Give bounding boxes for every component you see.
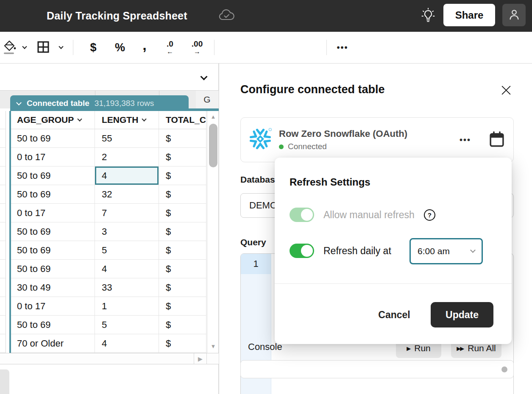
account-avatar-button[interactable] — [502, 4, 526, 26]
column-header-age-group[interactable]: AGE_GROUP — [11, 111, 95, 129]
allow-manual-refresh-toggle[interactable] — [290, 208, 314, 222]
cell-age-group[interactable]: 50 to 69 — [11, 316, 95, 334]
cell-length[interactable]: 4 — [95, 166, 159, 185]
manual-refresh-row: Allow manual refresh ? — [290, 208, 435, 222]
cell-age-group[interactable]: 0 to 17 — [11, 204, 95, 222]
cell-total[interactable]: $ — [159, 185, 206, 204]
cell-total[interactable]: $ — [159, 316, 206, 334]
cell-total[interactable]: $ — [159, 129, 206, 148]
daily-refresh-label: Refresh daily at — [323, 245, 391, 257]
increase-decimal-icon: .00 → — [192, 40, 203, 55]
cell-total[interactable]: $ — [159, 297, 206, 316]
connector-menu-button[interactable]: ••• — [457, 135, 474, 145]
cell-total[interactable]: $ — [159, 241, 206, 260]
scroll-up-arrow[interactable]: ▲ — [207, 114, 219, 120]
table-row: 0 to 17 1 $ — [0, 297, 206, 316]
horizontal-scrollbar[interactable]: ▶ — [0, 353, 219, 364]
currency-format-button[interactable]: $ — [81, 32, 105, 63]
chevron-down-icon — [16, 100, 22, 105]
cell-total[interactable]: $ — [159, 204, 206, 222]
chevron-down-icon — [470, 247, 476, 253]
table-row: 0 to 17 2 $ — [0, 148, 206, 166]
cell-total[interactable]: $ — [159, 222, 206, 241]
row-number-gutter — [0, 204, 6, 222]
cell-age-group[interactable]: 30 to 49 — [11, 278, 95, 297]
connector-card: Row Zero Snowflake (OAuth) Connected ••• — [240, 117, 514, 162]
ellipsis-icon: ••• — [337, 43, 348, 53]
collapse-toolbar-button[interactable] — [196, 70, 212, 84]
cell-age-group[interactable]: 50 to 69 — [11, 222, 95, 241]
connection-status: Connected — [279, 142, 450, 151]
sheet-corner-fragment — [0, 369, 9, 394]
column-header-length[interactable]: LENGTH — [95, 111, 159, 129]
increase-decimal-button[interactable]: .00 → — [185, 32, 209, 63]
borders-grid-icon — [36, 40, 50, 55]
cell-length[interactable]: 7 — [95, 204, 159, 222]
cell-age-group[interactable]: 70 or Older — [11, 334, 95, 353]
cell-length[interactable]: 3 — [95, 222, 159, 241]
vertical-scrollbar-thumb[interactable] — [209, 124, 217, 167]
cell-total[interactable]: $ — [159, 260, 206, 278]
scroll-down-arrow[interactable]: ▼ — [207, 343, 219, 350]
update-button[interactable]: Update — [431, 302, 493, 327]
column-header-g[interactable]: G — [196, 91, 218, 108]
help-question-icon[interactable]: ? — [424, 209, 435, 221]
cell-length[interactable]: 32 — [95, 185, 159, 204]
database-label: Database — [240, 175, 280, 185]
refresh-time-select[interactable]: 6:00 am — [409, 238, 483, 264]
cell-total[interactable]: $ — [159, 334, 206, 353]
decrease-decimal-button[interactable]: .0 ← — [159, 32, 181, 63]
more-options-button[interactable]: ••• — [333, 32, 352, 63]
cell-length[interactable]: 4 — [95, 260, 159, 278]
cell-length[interactable]: 4 — [95, 334, 159, 353]
cell-length[interactable]: 2 — [95, 148, 159, 166]
fill-color-button[interactable] — [2, 32, 19, 63]
share-button[interactable]: Share — [443, 4, 495, 26]
row-number-gutter — [0, 166, 6, 185]
cell-age-group[interactable]: 50 to 69 — [11, 166, 95, 185]
cell-length[interactable]: 5 — [95, 316, 159, 334]
refresh-time-value: 6:00 am — [418, 246, 471, 256]
cell-total[interactable]: $ — [159, 166, 206, 185]
schedule-calendar-button[interactable] — [488, 130, 506, 150]
table-row: 50 to 69 32 $ — [0, 185, 206, 204]
comma-icon: , — [142, 37, 146, 53]
table-row: 50 to 69 55 $ — [0, 129, 206, 148]
borders-dropdown[interactable] — [55, 32, 67, 63]
cell-age-group[interactable]: 50 to 69 — [11, 185, 95, 204]
cell-length[interactable]: 1 — [95, 297, 159, 316]
cell-age-group[interactable]: 50 to 69 — [11, 129, 95, 148]
resize-grip[interactable] — [501, 366, 507, 372]
cell-total[interactable]: $ — [159, 278, 206, 297]
chevron-down-icon — [201, 73, 208, 80]
refresh-daily-toggle[interactable] — [290, 244, 314, 258]
cell-length[interactable]: 33 — [95, 278, 159, 297]
tips-lightbulb-button[interactable] — [417, 7, 439, 27]
popup-title: Refresh Settings — [290, 176, 370, 188]
cell-age-group[interactable]: 50 to 69 — [11, 241, 95, 260]
vertical-scrollbar[interactable]: ▲ ▼ — [207, 111, 219, 353]
cell-length[interactable]: 5 — [95, 241, 159, 260]
table-row: 50 to 69 4 $ — [0, 166, 206, 185]
column-header-total[interactable]: TOTAL_C — [159, 111, 206, 129]
fill-color-dropdown[interactable] — [19, 32, 31, 63]
close-panel-button[interactable] — [499, 84, 513, 97]
connected-table-badge[interactable]: Connected table 31,193,383 rows — [10, 95, 189, 111]
console-output — [240, 360, 514, 378]
data-table: AGE_GROUP LENGTH TOTAL_C 50 to 69 — [0, 111, 206, 353]
cancel-button[interactable]: Cancel — [369, 304, 420, 325]
borders-button[interactable] — [34, 32, 53, 63]
percent-format-button[interactable]: % — [108, 32, 132, 63]
cloud-saved-icon — [219, 9, 235, 24]
cell-age-group[interactable]: 0 to 17 — [11, 148, 95, 166]
comma-format-button[interactable]: , — [134, 32, 155, 63]
row-number-gutter — [0, 222, 6, 241]
cell-length[interactable]: 55 — [95, 129, 159, 148]
cell-age-group[interactable]: 0 to 17 — [11, 297, 95, 316]
cell-age-group[interactable]: 50 to 69 — [11, 260, 95, 278]
cell-total[interactable]: $ — [159, 148, 206, 166]
row-number-gutter — [0, 334, 6, 353]
toolbar-divider — [214, 40, 214, 55]
scroll-right-arrow[interactable]: ▶ — [194, 353, 206, 364]
toolbar-divider — [326, 40, 327, 55]
